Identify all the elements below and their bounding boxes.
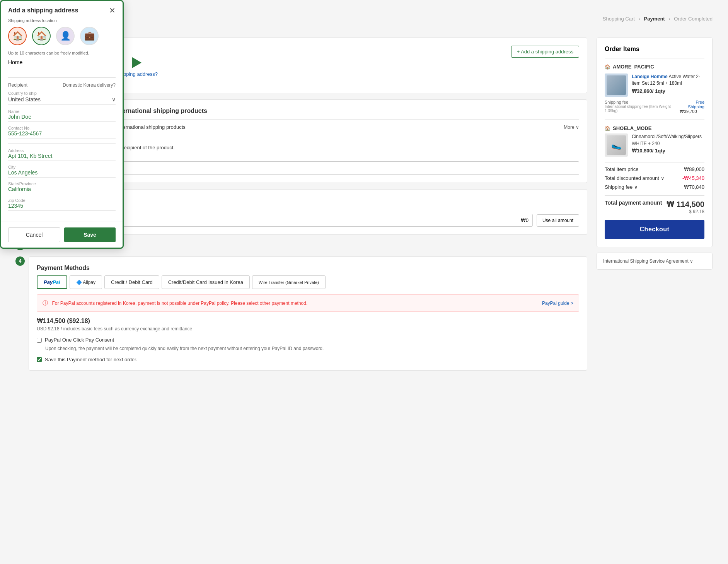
save-payment-checkbox[interactable] xyxy=(37,357,42,362)
agreement-text: International Shipping Service Agreement… xyxy=(603,258,693,264)
location-icon-person[interactable]: 👤 xyxy=(56,27,75,45)
alipay-payment-method[interactable]: 🔷 Alipay xyxy=(70,275,102,289)
recipient-row: Recipient Domestic Korea delivery? xyxy=(8,82,116,88)
shipping-fee-total-value: ₩70,840 xyxy=(684,184,704,190)
total-discounted-label[interactable]: Total discounted amount ∨ xyxy=(605,175,665,181)
brand-row-2: 🏠 SHOELA_MODE xyxy=(605,125,702,131)
location-icon-home-alt[interactable]: 🏠 xyxy=(8,27,27,45)
shipping-fee-total-label[interactable]: Shipping fee ∨ xyxy=(605,184,638,190)
name-value[interactable]: John Doe xyxy=(8,114,116,122)
total-discounted-value: -₩45,340 xyxy=(682,175,704,181)
payment-amount-krw: ₩114,500 xyxy=(37,318,65,324)
modal-header: Add a shipping address ✕ xyxy=(1,1,123,18)
country-select-value[interactable]: United States ∨ xyxy=(8,96,116,104)
address-section-label: Address xyxy=(8,148,116,153)
modal-body: Shipping address location 🏠 🏠 👤 💼 Up to … xyxy=(1,18,123,222)
modal-title: Add a shipping address xyxy=(8,7,78,14)
more-link[interactable]: More ∨ xyxy=(564,125,579,130)
alipay-logo: 🔷 Alipay xyxy=(76,280,95,285)
product-image-placeholder-2: 🥿 xyxy=(607,135,626,155)
credit-debit-payment-method[interactable]: Credit / Debit Card xyxy=(104,275,159,289)
city-field-row: City Los Angeles xyxy=(8,165,116,178)
address-value[interactable]: Apt 101, Kb Street xyxy=(8,153,116,161)
state-field-row: State/Province California xyxy=(8,181,116,194)
breadcrumb: Shopping Cart › Payment › Order Complete… xyxy=(603,16,713,22)
brand-1-name: AMORE_PACIFIC xyxy=(613,64,654,70)
location-icon-work[interactable]: 💼 xyxy=(80,27,99,45)
product-name-1: Laneige Homme Active Water 2-item Set 12… xyxy=(632,73,704,87)
breadcrumb-payment: Payment xyxy=(644,16,665,22)
product-price-1-value: ₩32,860 xyxy=(632,88,652,94)
paypal-warning: ⓘ For PayPal accounts registered in Kore… xyxy=(37,294,579,312)
wire-transfer-payment-method[interactable]: Wire Transfer (Gmarket Private) xyxy=(252,275,326,289)
paypal-guide-link[interactable]: PayPal guide > xyxy=(542,301,573,306)
contact-value[interactable]: 555-123-4567 xyxy=(8,130,116,138)
brand-2-name: SHOELA_MODE xyxy=(613,125,651,131)
checkout-button[interactable]: Checkout xyxy=(605,220,704,239)
location-icons-row: 🏠 🏠 👤 💼 xyxy=(8,27,116,45)
contact-field-row: Contact No. 555-123-4567 xyxy=(8,126,116,138)
breadcrumb-sep2: › xyxy=(668,16,670,22)
zip-value[interactable]: 12345 xyxy=(8,203,116,211)
city-label: City xyxy=(8,165,116,169)
shipping-fee-free-1: Free Shipping xyxy=(680,100,704,109)
product-sub-2: WHITE + 240 xyxy=(632,141,702,146)
product-details-1: Laneige Homme Active Water 2-item Set 12… xyxy=(632,73,704,97)
intl-shipping-label-1: International shipping fee (Item Weight … xyxy=(605,104,680,113)
shipping-agreement[interactable]: International Shipping Service Agreement… xyxy=(597,253,713,270)
credit-korea-label: Credit/Debit Card Issued in Korea xyxy=(168,279,243,285)
state-value[interactable]: California xyxy=(8,186,116,194)
grand-total-row: Total payment amount ₩ 114,500 $ 92.18 xyxy=(605,195,704,214)
order-items-card: Order Items 🏠 AMORE_PACIFIC Laneige Homm… xyxy=(597,38,713,247)
one-click-description: Upon checking, the payment will be compl… xyxy=(45,346,579,351)
char-note: Up to 10 characters can be freely modifi… xyxy=(8,51,116,55)
brand-2-home-icon: 🏠 xyxy=(605,126,610,131)
modal-footer: Cancel Save xyxy=(1,222,123,248)
shipping-fee-label-1: Shipping fee xyxy=(605,100,680,104)
brand-1-home-icon: 🏠 xyxy=(605,64,610,70)
location-icon-home[interactable]: 🏠 xyxy=(32,27,51,45)
warning-icon: ⓘ xyxy=(43,300,48,306)
brand-row-1: 🏠 AMORE_PACIFIC xyxy=(605,64,704,70)
save-button[interactable]: Save xyxy=(64,227,116,242)
use-all-button[interactable]: Use all amount xyxy=(537,214,579,227)
product-image-2: 🥿 xyxy=(605,133,628,157)
name-label: Name xyxy=(8,109,116,114)
grand-total-label: Total payment amount xyxy=(605,200,662,206)
total-item-price-label: Total item price xyxy=(605,166,638,172)
paypal-warning-text: For PayPal accounts registered in Korea,… xyxy=(52,301,307,306)
paypal-logo: PayPal xyxy=(44,279,60,285)
add-shipping-modal: Add a shipping address ✕ Shipping addres… xyxy=(0,0,124,249)
product-price-1: ₩32,860/ 1qty xyxy=(632,88,704,94)
credit-debit-label: Credit / Debit Card xyxy=(111,279,153,285)
city-value[interactable]: Los Angeles xyxy=(8,169,116,178)
cancel-button[interactable]: Cancel xyxy=(8,227,60,242)
add-address-button[interactable]: + Add a shipping address xyxy=(511,46,579,58)
payment-methods-title: Payment Methods xyxy=(37,265,579,272)
selected-country: United States xyxy=(8,96,41,103)
paypal-payment-method[interactable]: PayPal xyxy=(37,275,67,289)
country-select-label: Country to ship xyxy=(8,91,116,96)
zip-label: Zip Code xyxy=(8,198,116,203)
location-name-input[interactable] xyxy=(8,58,116,67)
state-label: State/Province xyxy=(8,181,116,186)
credit-korea-payment-method[interactable]: Credit/Debit Card Issued in Korea xyxy=(162,275,250,289)
payment-methods-list: PayPal 🔷 Alipay Credit / Debit Card Cred… xyxy=(37,275,579,289)
wire-transfer-label: Wire Transfer (Gmarket Private) xyxy=(259,280,319,285)
smile-cash-input[interactable] xyxy=(86,214,533,227)
address-section-row: Address Apt 101, Kb Street xyxy=(8,148,116,161)
breadcrumb-cart[interactable]: Shopping Cart xyxy=(603,16,635,22)
modal-close-button[interactable]: ✕ xyxy=(109,7,116,14)
name-field-row: Name John Doe xyxy=(8,109,116,122)
domestic-label: Domestic Korea delivery? xyxy=(63,82,116,88)
save-payment-label: Save this Payment method for next order. xyxy=(45,357,137,362)
grand-total-values: ₩ 114,500 $ 92.18 xyxy=(667,200,704,214)
breadcrumb-sep1: › xyxy=(639,16,640,22)
payment-amount-display: ₩114,500 ($92.18) xyxy=(37,317,579,325)
modal-overlay: Add a shipping address ✕ Shipping addres… xyxy=(0,0,131,224)
one-click-checkbox[interactable] xyxy=(37,338,42,343)
payment-amount-description: USD 92.18 / includes basic fees such as … xyxy=(37,326,579,332)
shipping-fee-row-1: Shipping fee International shipping fee … xyxy=(605,100,704,114)
payment-amount-usd: ($92.18) xyxy=(67,318,90,324)
chevron-down-icon: ∨ xyxy=(112,96,116,103)
